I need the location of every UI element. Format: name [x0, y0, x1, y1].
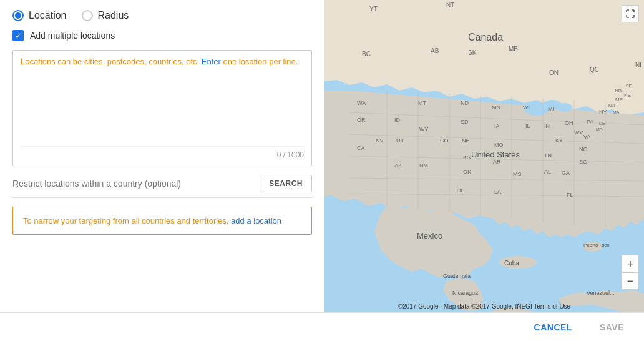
map-expand-button[interactable]: [622, 5, 639, 22]
svg-text:NY: NY: [599, 109, 607, 115]
svg-text:PE: PE: [626, 84, 632, 88]
radius-radio-circle: [82, 10, 93, 21]
svg-text:NV: NV: [376, 137, 384, 144]
svg-text:WV: WV: [574, 129, 583, 136]
location-input-container: Locations can be cities, postcodes, coun…: [12, 50, 312, 166]
svg-text:OK: OK: [463, 169, 471, 175]
svg-text:GA: GA: [562, 170, 570, 176]
svg-text:Mexico: Mexico: [417, 231, 442, 240]
svg-text:Puerto Rico: Puerto Rico: [583, 242, 610, 248]
hint-text-prefix: Locations can be cities, postcodes, coun…: [21, 57, 202, 66]
svg-text:AL: AL: [544, 169, 551, 175]
svg-text:ME: ME: [615, 97, 623, 102]
info-box-text: To narrow your targeting from all countr…: [23, 216, 301, 225]
svg-text:SK: SK: [468, 49, 477, 56]
svg-text:MI: MI: [548, 106, 554, 112]
svg-text:AB: AB: [431, 47, 439, 54]
svg-text:NC: NC: [579, 146, 587, 152]
country-search-row: SEARCH: [12, 175, 312, 198]
svg-text:MB: MB: [509, 46, 518, 52]
svg-text:NL: NL: [635, 62, 643, 69]
map-svg: YT NT BC AB SK MB ON QC NL Canada WA OR …: [324, 0, 644, 312]
svg-text:NB: NB: [615, 88, 622, 94]
radius-radio-label: Radius: [98, 10, 129, 21]
radius-radio[interactable]: Radius: [82, 10, 129, 21]
svg-text:MT: MT: [418, 100, 426, 106]
svg-text:FL: FL: [567, 192, 573, 198]
hint-text-suffix: one location per line.: [221, 57, 298, 66]
svg-text:QC: QC: [590, 66, 599, 73]
svg-text:ID: ID: [394, 117, 401, 123]
cancel-button[interactable]: CANCEL: [527, 317, 580, 337]
svg-text:BC: BC: [362, 51, 371, 57]
map-zoom-controls: + −: [622, 255, 639, 290]
svg-text:KY: KY: [555, 137, 563, 144]
left-panel: Location Radius ✓ Add multiple locations…: [0, 0, 324, 312]
svg-text:WI: WI: [523, 104, 530, 111]
map-attribution: ©2017 Google · Map data ©2017 Google, IN…: [398, 303, 570, 310]
svg-point-3: [557, 103, 572, 112]
svg-text:VA: VA: [583, 134, 590, 140]
svg-text:IN: IN: [544, 123, 550, 129]
add-location-link[interactable]: add a location: [231, 216, 281, 225]
svg-text:YT: YT: [369, 6, 378, 12]
svg-text:NM: NM: [419, 162, 428, 169]
svg-text:Cuba: Cuba: [504, 260, 519, 267]
svg-text:MN: MN: [492, 104, 500, 111]
svg-text:SD: SD: [461, 119, 469, 125]
location-radio-label: Location: [29, 10, 67, 21]
svg-text:TX: TX: [456, 187, 463, 194]
svg-text:OR: OR: [357, 117, 366, 123]
svg-text:PA: PA: [587, 119, 593, 125]
add-multiple-checkbox[interactable]: ✓: [12, 30, 24, 41]
map-panel: YT NT BC AB SK MB ON QC NL Canada WA OR …: [324, 0, 644, 312]
svg-text:Guatemala: Guatemala: [443, 273, 471, 279]
add-multiple-locations-row[interactable]: ✓ Add multiple locations: [12, 30, 312, 41]
save-button[interactable]: SAVE: [592, 317, 632, 337]
svg-text:IA: IA: [494, 123, 500, 129]
zoom-in-button[interactable]: +: [622, 255, 639, 272]
svg-text:NH: NH: [608, 104, 615, 108]
svg-text:KS: KS: [463, 154, 471, 161]
location-radio-circle: [12, 10, 24, 21]
svg-text:UT: UT: [396, 137, 404, 144]
svg-text:MO: MO: [494, 142, 504, 148]
svg-text:WY: WY: [419, 126, 429, 132]
info-box: To narrow your targeting from all countr…: [12, 207, 312, 235]
search-button[interactable]: SEARCH: [260, 175, 312, 192]
svg-text:ON: ON: [549, 69, 559, 76]
svg-text:WA: WA: [357, 100, 366, 106]
svg-text:DE: DE: [599, 121, 605, 126]
svg-text:Venezuel...: Venezuel...: [587, 290, 615, 296]
svg-text:United States: United States: [471, 150, 520, 159]
svg-text:NT: NT: [446, 2, 454, 9]
svg-text:MA: MA: [613, 110, 620, 114]
svg-text:ND: ND: [461, 100, 469, 106]
textarea-hint: Locations can be cities, postcodes, coun…: [21, 57, 304, 66]
svg-text:CA: CA: [357, 145, 365, 151]
svg-text:IL: IL: [525, 123, 530, 129]
svg-text:LA: LA: [494, 189, 501, 195]
svg-text:AZ: AZ: [394, 162, 402, 169]
svg-text:TN: TN: [544, 152, 552, 159]
checkbox-label: Add multiple locations: [30, 31, 115, 41]
svg-text:Nicaragua: Nicaragua: [452, 290, 478, 296]
checkmark-icon: ✓: [15, 32, 22, 40]
svg-text:NE: NE: [462, 137, 470, 144]
svg-text:OH: OH: [565, 120, 573, 126]
location-radio[interactable]: Location: [12, 10, 67, 21]
location-textarea[interactable]: [21, 71, 304, 146]
location-radio-inner: [15, 12, 21, 19]
zoom-out-button[interactable]: −: [622, 272, 639, 290]
svg-text:MD: MD: [596, 127, 603, 132]
svg-text:Canada: Canada: [468, 32, 503, 42]
country-search-input[interactable]: [12, 176, 255, 191]
svg-text:SC: SC: [579, 159, 587, 165]
svg-text:AR: AR: [493, 159, 501, 165]
svg-text:MS: MS: [513, 171, 522, 177]
footer: CANCEL SAVE: [0, 312, 644, 341]
hint-link[interactable]: Enter: [202, 57, 221, 66]
location-type-row: Location Radius: [12, 10, 312, 21]
info-box-prefix: To narrow your targeting from all countr…: [23, 216, 231, 225]
svg-text:NS: NS: [624, 92, 631, 98]
